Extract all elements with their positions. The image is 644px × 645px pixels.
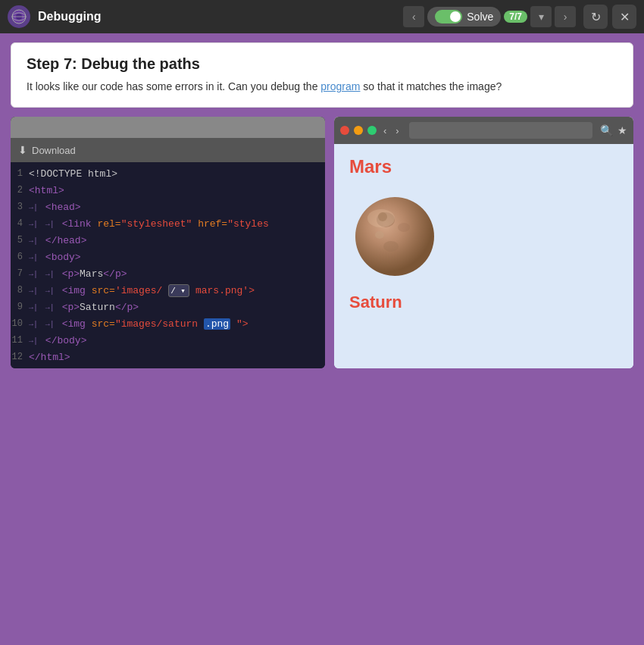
line-num-5: 5	[11, 235, 29, 246]
line-content-7: →| →| <p>Mars</p>	[29, 268, 325, 280]
mars-planet-image	[349, 189, 440, 280]
browser-url-bar[interactable]	[409, 122, 592, 139]
indent-icon-3: →|	[29, 204, 38, 212]
line-content-11: →| </body>	[29, 335, 325, 346]
line-content-1: <!DOCTYPE html>	[29, 168, 325, 180]
indent-icon-4b: →|	[45, 221, 55, 229]
download-bar: ⬇ Download	[11, 138, 325, 162]
browser-panel: ‹ › 🔍 ★ Mars	[334, 117, 633, 368]
line-content-5: →| </head>	[29, 235, 325, 246]
page-title: Debugging	[38, 10, 395, 23]
program-link[interactable]: program	[320, 80, 360, 92]
line-content-4: →| →| <link rel="stylesheet" href="style…	[29, 218, 325, 230]
line-num-8: 8	[11, 285, 29, 296]
nav-controls: ‹ Solve 7/7 ▾ ›	[403, 6, 576, 27]
code-line-11: 11 →| </body>	[11, 332, 325, 349]
browser-dot-green	[367, 126, 377, 135]
step-title: Step 7: Debug the paths	[27, 55, 617, 73]
panels: ⬇ Download 1 <!DOCTYPE html> 2 <html> 3 …	[11, 117, 633, 368]
indent-icon-9a: →|	[29, 304, 38, 312]
step-box: Step 7: Debug the paths It looks like ou…	[11, 42, 633, 108]
browser-fwd-button[interactable]: ›	[393, 125, 401, 136]
download-label[interactable]: Download	[32, 145, 76, 156]
svg-point-10	[367, 209, 395, 227]
code-line-6: 6 →| <body>	[11, 249, 325, 265]
toggle-knob	[450, 11, 461, 22]
code-area[interactable]: 1 <!DOCTYPE html> 2 <html> 3 →| <head>	[11, 162, 325, 368]
svg-point-6	[398, 223, 410, 232]
code-panel: ⬇ Download 1 <!DOCTYPE html> 2 <html> 3 …	[11, 117, 325, 368]
indent-icon-7a: →|	[29, 271, 38, 279]
dropdown-button[interactable]: ▾	[530, 6, 552, 27]
png-highlight: .png	[204, 318, 230, 330]
indent-icon-10b: →|	[45, 321, 55, 329]
line-num-3: 3	[11, 202, 29, 212]
top-right-buttons: ↻ ✕	[583, 5, 636, 29]
progress-badge: 7/7	[504, 11, 527, 23]
line-num-11: 11	[11, 335, 29, 346]
line-num-12: 12	[11, 352, 29, 362]
download-icon: ⬇	[18, 144, 27, 156]
line-content-6: →| <body>	[29, 252, 325, 263]
indent-icon-8b: →|	[45, 287, 55, 296]
code-line-10: 10 →| →| <img src="images/saturn .png ">	[11, 315, 325, 332]
next-button[interactable]: ›	[555, 6, 576, 27]
line-content-10: →| →| <img src="images/saturn .png ">	[29, 318, 325, 330]
indent-icon-7b: →|	[45, 271, 55, 279]
step-desc-text2: so that it matches the image?	[363, 80, 502, 92]
browser-dot-red	[340, 126, 349, 135]
code-line-9: 9 →| →| <p>Saturn</p>	[11, 299, 325, 315]
line-num-2: 2	[11, 185, 29, 196]
step-desc-text1: It looks like our code has some errors i…	[27, 80, 317, 92]
code-line-2: 2 <html>	[11, 182, 325, 199]
saturn-label: Saturn	[349, 293, 618, 312]
line-num-7: 7	[11, 268, 29, 279]
line-content-8: →| →| <img src='images/ / ▾ mars.png'>	[29, 284, 325, 297]
line-num-9: 9	[11, 302, 29, 312]
code-toolbar	[11, 117, 325, 138]
indent-icon-6: →|	[29, 254, 38, 262]
line-num-1: 1	[11, 168, 29, 179]
line-content-9: →| →| <p>Saturn</p>	[29, 302, 325, 313]
browser-star-icon: ★	[617, 124, 627, 136]
refresh-button[interactable]: ↻	[583, 5, 608, 29]
solve-label: Solve	[467, 11, 493, 23]
code-line-1: 1 <!DOCTYPE html>	[11, 165, 325, 182]
line-content-12: </html>	[29, 352, 325, 363]
logo	[8, 5, 30, 28]
svg-point-4	[355, 197, 434, 276]
browser-back-button[interactable]: ‹	[381, 125, 389, 136]
line-num-4: 4	[11, 218, 29, 229]
indent-icon-9b: →|	[45, 304, 55, 312]
line-content-3: →| <head>	[29, 202, 325, 213]
indent-icon-11: →|	[29, 337, 38, 346]
indent-icon-5: →|	[29, 237, 38, 246]
line-num-10: 10	[11, 318, 29, 329]
browser-content: Mars Saturn	[334, 144, 633, 368]
line-content-2: <html>	[29, 185, 325, 196]
prev-button[interactable]: ‹	[403, 6, 424, 27]
indent-icon-10a: →|	[29, 321, 38, 329]
browser-dot-yellow	[354, 126, 363, 135]
code-line-7: 7 →| →| <p>Mars</p>	[11, 265, 325, 282]
svg-point-8	[375, 231, 384, 239]
solve-toggle[interactable]	[435, 10, 462, 23]
code-line-4: 4 →| →| <link rel="stylesheet" href="sty…	[11, 215, 325, 232]
browser-search-icon: 🔍	[600, 124, 613, 136]
solve-pill: Solve	[427, 7, 501, 27]
indent-icon-8a: →|	[29, 287, 38, 296]
code-line-5: 5 →| </head>	[11, 232, 325, 249]
path-select[interactable]: / ▾	[168, 284, 189, 297]
line-num-6: 6	[11, 252, 29, 262]
mars-label: Mars	[349, 156, 618, 177]
step-description: It looks like our code has some errors i…	[27, 79, 617, 95]
close-button[interactable]: ✕	[612, 5, 636, 29]
svg-point-7	[383, 241, 399, 252]
code-line-3: 3 →| <head>	[11, 199, 325, 215]
top-bar: Debugging ‹ Solve 7/7 ▾ › ↻ ✕	[0, 0, 644, 33]
indent-icon-4a: →|	[29, 221, 38, 229]
browser-chrome: ‹ › 🔍 ★	[334, 117, 633, 144]
code-line-12: 12 </html>	[11, 349, 325, 365]
code-line-8: 8 →| →| <img src='images/ / ▾ mars.png'>	[11, 282, 325, 299]
